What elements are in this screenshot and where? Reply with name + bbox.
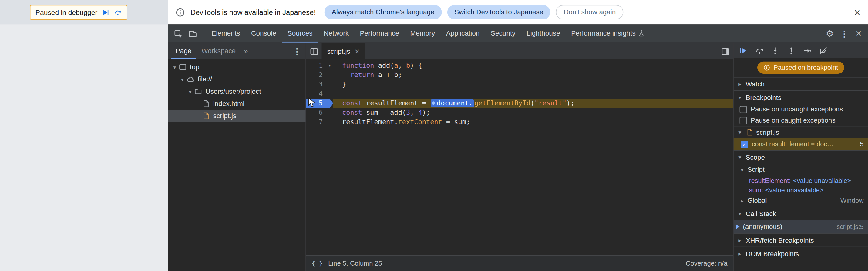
variable-value: <value unavailable> <box>766 186 824 194</box>
code-line-3[interactable]: 3} <box>306 80 733 89</box>
device-toolbar-icon[interactable] <box>185 26 199 41</box>
expand-arrow-icon[interactable] <box>179 76 186 82</box>
deactivate-breakpoints-button[interactable] <box>815 43 832 57</box>
tab-console[interactable]: Console <box>246 24 282 42</box>
code-line-2[interactable]: 2 return a + b; <box>306 70 733 80</box>
tab-performance[interactable]: Performance <box>354 24 405 42</box>
inspect-element-icon[interactable] <box>171 26 185 41</box>
section-watch[interactable]: Watch <box>734 77 868 90</box>
expand-arrow-icon[interactable] <box>187 88 194 94</box>
paused-badge-label: Paused on breakpoint <box>773 64 838 71</box>
tab-close-icon[interactable] <box>354 47 360 56</box>
file-html-icon <box>202 99 210 108</box>
fold-arrow-icon[interactable] <box>326 61 333 70</box>
toggle-debugger-sidebar-icon[interactable] <box>718 43 733 59</box>
resume-button[interactable] <box>735 43 751 57</box>
devtools-window: DevTools is now available in Japanese! A… <box>168 0 868 271</box>
code-line-1[interactable]: 1function add(a, b) { <box>306 61 733 70</box>
line-number[interactable]: 6 <box>306 108 326 117</box>
tree-item-script-js[interactable]: script.js <box>168 110 305 122</box>
resume-script-icon[interactable] <box>102 9 109 16</box>
code-line-4[interactable]: 4 <box>306 89 733 99</box>
tab-elements[interactable]: Elements <box>206 24 246 42</box>
call-stack-frame[interactable]: (anonymous) script.js:5 <box>734 220 868 233</box>
line-number[interactable]: 1 <box>306 61 326 70</box>
tab-network[interactable]: Network <box>318 24 354 42</box>
code-text <box>333 89 733 99</box>
script-file-icon <box>746 128 754 136</box>
devtools-close-icon[interactable] <box>851 26 866 41</box>
section-scope[interactable]: Scope <box>734 150 868 163</box>
infobar-close-icon[interactable] <box>854 7 860 18</box>
checkbox-unchecked[interactable] <box>740 106 747 113</box>
fold-spacer <box>326 80 333 89</box>
frame-name: (anonymous) <box>743 223 782 231</box>
breakpoint-option-row[interactable]: Pause on caught exceptions <box>734 115 868 126</box>
variable-name: resultElement: <box>749 177 791 184</box>
panel-tabs: ElementsConsoleSourcesNetworkPerformance… <box>206 24 650 42</box>
more-tabs-icon[interactable] <box>241 47 250 55</box>
code-text: return a + b; <box>333 70 733 80</box>
tree-item-file-[interactable]: file:// <box>168 73 305 85</box>
scope-variable-row[interactable]: sum:<value unavailable> <box>734 185 868 194</box>
paused-in-debugger-banner: Paused in debugger <box>30 5 127 20</box>
breakpoint-option-row[interactable]: Pause on uncaught exceptions <box>734 103 868 115</box>
step-over-banner-icon[interactable] <box>114 9 122 16</box>
fold-spacer <box>326 70 333 80</box>
tab-sources[interactable]: Sources <box>282 24 318 42</box>
always-match-language-button[interactable]: Always match Chrome's language <box>324 5 442 19</box>
code-line-7[interactable]: 7resultElement.textContent = sum; <box>306 117 733 127</box>
navigator-tab-workspace[interactable]: Workspace <box>197 43 240 59</box>
tree-item-users-user-project[interactable]: Users/user/project <box>168 85 305 97</box>
line-number[interactable]: 3 <box>306 80 326 89</box>
execution-pointer[interactable]: 5 <box>306 99 333 108</box>
tab-lighthouse[interactable]: Lighthouse <box>521 24 566 42</box>
section-dom-breakpoints[interactable]: DOM Breakpoints <box>734 247 868 260</box>
navigator-more-options-icon[interactable] <box>293 46 301 56</box>
tab-performance-insights[interactable]: Performance insights <box>566 24 650 42</box>
navigator-header: Page Workspace <box>168 43 305 59</box>
expand-arrow-icon[interactable] <box>171 64 178 70</box>
switch-to-japanese-button[interactable]: Switch DevTools to Japanese <box>447 5 551 19</box>
scope-script-group[interactable]: Script <box>734 163 868 176</box>
line-number[interactable]: 2 <box>306 70 326 80</box>
editor-tab-scriptjs[interactable]: script.js <box>321 43 365 59</box>
scope-variables: resultElement:<value unavailable>sum:<va… <box>734 176 868 194</box>
section-breakpoints[interactable]: Breakpoints <box>734 90 868 104</box>
fold-spacer <box>326 108 333 117</box>
line-number[interactable]: 4 <box>306 89 326 99</box>
tab-memory[interactable]: Memory <box>405 24 440 42</box>
checkbox-unchecked[interactable] <box>740 117 747 124</box>
step-button[interactable] <box>800 43 815 57</box>
dont-show-again-button[interactable]: Don't show again <box>556 5 624 19</box>
section-call-stack[interactable]: Call Stack <box>734 207 868 220</box>
scope-global-value: Window <box>840 197 864 205</box>
editor-pane: script.js 1function add(a, b) {2 return … <box>306 43 733 271</box>
infobar-message: DevTools is now available in Japanese! <box>190 8 316 16</box>
tab-label: Lighthouse <box>527 29 560 37</box>
pretty-print-icon[interactable] <box>312 260 323 267</box>
step-into-button[interactable] <box>767 43 783 57</box>
line-number[interactable]: 7 <box>306 117 326 127</box>
code-editor[interactable]: 1function add(a, b) {2 return a + b;3}45… <box>306 59 733 255</box>
breakpoint-file-group[interactable]: script.js <box>734 126 868 138</box>
disclosure-triangle-icon <box>737 211 743 217</box>
tree-item-index-html[interactable]: index.html <box>168 97 305 110</box>
code-line-6[interactable]: 6const sum = add(3, 4); <box>306 108 733 117</box>
more-options-icon[interactable] <box>837 26 851 41</box>
toggle-navigator-icon[interactable] <box>306 43 321 59</box>
navigator-tab-page[interactable]: Page <box>171 43 196 59</box>
settings-gear-icon[interactable] <box>823 26 837 41</box>
tab-security[interactable]: Security <box>485 24 521 42</box>
tree-item-top[interactable]: top <box>168 61 305 73</box>
breakpoint-entry[interactable]: const resultElement = doc… 5 <box>734 138 868 150</box>
breakpoint-checkbox[interactable] <box>741 141 748 148</box>
scope-variable-row[interactable]: resultElement:<value unavailable> <box>734 176 868 185</box>
code-line-5[interactable]: 5const resultElement = document.getEleme… <box>306 99 733 108</box>
step-over-button[interactable] <box>751 43 767 57</box>
section-xhr-breakpoints[interactable]: XHR/fetch Breakpoints <box>734 233 868 247</box>
tab-application[interactable]: Application <box>440 24 485 42</box>
step-out-button[interactable] <box>783 43 800 57</box>
inline-eval-icon <box>432 101 435 105</box>
scope-global-row[interactable]: Global Window <box>734 194 868 207</box>
